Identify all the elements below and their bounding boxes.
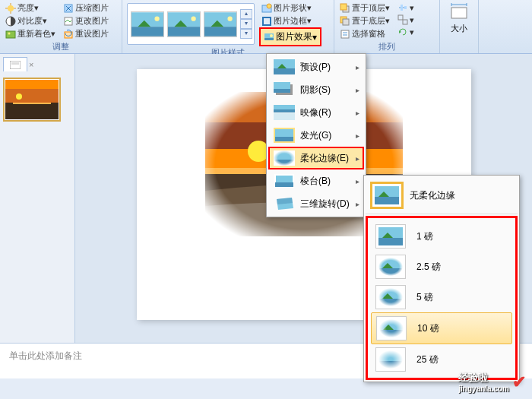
effects-shadow[interactable]: 阴影(S)▸ bbox=[268, 78, 364, 101]
soft-edges-submenu: 无柔化边缘 1 磅 2.5 磅 5 磅 10 磅 25 磅 bbox=[363, 175, 520, 382]
svg-rect-6 bbox=[6, 31, 15, 38]
svg-rect-96 bbox=[379, 319, 404, 337]
recolor-button[interactable]: 重新着色 ▾ bbox=[3, 27, 58, 40]
brightness-button[interactable]: 亮度 ▾ bbox=[3, 2, 58, 14]
svg-point-0 bbox=[8, 5, 14, 11]
svg-point-18 bbox=[191, 16, 195, 21]
svg-rect-16 bbox=[168, 27, 200, 36]
selection-pane-button[interactable]: 选择窗格 bbox=[337, 27, 392, 40]
effects-bevel[interactable]: 棱台(B)▸ bbox=[268, 169, 364, 192]
contrast-button[interactable]: 对比度 ▾ bbox=[3, 14, 58, 27]
svg-rect-38 bbox=[404, 6, 407, 9]
svg-point-51 bbox=[16, 93, 22, 100]
bring-front-button[interactable]: 置于顶层 ▾ bbox=[337, 2, 392, 14]
reset-picture-button[interactable]: 重设图片 bbox=[61, 27, 111, 40]
svg-point-24 bbox=[267, 4, 271, 8]
svg-rect-88 bbox=[378, 258, 403, 276]
svg-rect-71 bbox=[275, 137, 293, 141]
svg-rect-49 bbox=[5, 80, 59, 89]
effects-3d-rotation[interactable]: 三维旋转(D)▸ bbox=[268, 192, 364, 215]
align-button[interactable]: ▾ bbox=[395, 2, 416, 14]
soft-edge-25pt[interactable]: 25 磅 bbox=[371, 344, 512, 375]
svg-point-14 bbox=[154, 16, 159, 21]
svg-rect-27 bbox=[264, 38, 274, 40]
ribbon-toolbar: 亮度 ▾ 对比度 ▾ 重新着色 ▾ 压缩图片 更改图片 重设图片 调整 ▴▾▾ … bbox=[0, 0, 532, 54]
svg-rect-30 bbox=[340, 4, 347, 10]
svg-rect-32 bbox=[343, 19, 349, 25]
svg-rect-67 bbox=[274, 109, 295, 112]
change-picture-button[interactable]: 更改图片 bbox=[61, 14, 111, 27]
ribbon-group-label: 调整 bbox=[3, 40, 119, 53]
soft-edges-options: 1 磅 2.5 磅 5 磅 10 磅 25 磅 bbox=[366, 216, 518, 380]
effects-soft-edges[interactable]: 柔化边缘(E)▸ bbox=[268, 147, 364, 169]
svg-rect-42 bbox=[451, 8, 467, 18]
svg-rect-37 bbox=[401, 5, 403, 11]
svg-rect-83 bbox=[378, 238, 403, 245]
picture-shape-button[interactable]: 图片形状 ▾ bbox=[259, 2, 321, 14]
watermark: 经验啦 jingyanla.com ✔ bbox=[458, 371, 526, 393]
effects-preset[interactable]: 预设(P)▸ bbox=[268, 55, 364, 78]
svg-rect-92 bbox=[378, 288, 403, 306]
soft-edge-5pt[interactable]: 5 磅 bbox=[371, 282, 512, 312]
svg-rect-47 bbox=[11, 62, 19, 65]
ribbon-group-styles: ▴▾▾ 图片形状 ▾ 图片边框 ▾ 图片效果 ▾ 图片样式 bbox=[122, 0, 334, 53]
soft-edge-2-5pt[interactable]: 2.5 磅 bbox=[371, 252, 512, 282]
svg-rect-33 bbox=[341, 30, 349, 38]
picture-border-button[interactable]: 图片边框 ▾ bbox=[259, 14, 321, 27]
svg-rect-65 bbox=[274, 89, 290, 93]
effects-glow[interactable]: 发光(G)▸ bbox=[268, 124, 364, 147]
group-button[interactable]: ▾ bbox=[395, 14, 416, 26]
slide-thumbnail-panel: × bbox=[0, 54, 75, 343]
svg-rect-80 bbox=[375, 197, 399, 204]
svg-rect-68 bbox=[274, 113, 295, 120]
ribbon-group-label: 排列 bbox=[337, 40, 436, 53]
soft-edge-10pt[interactable]: 10 磅 bbox=[371, 312, 512, 344]
ribbon-group-size: 大小 bbox=[440, 0, 479, 53]
thumbnail-tab[interactable] bbox=[3, 57, 27, 71]
gallery-scroll[interactable]: ▴▾▾ bbox=[240, 9, 252, 39]
ribbon-group-arrange: 置于顶层 ▾ 置于底层 ▾ 选择窗格 ▾ ▾ ▾ 排列 bbox=[334, 0, 440, 53]
size-icon[interactable] bbox=[448, 2, 470, 23]
soft-edges-none[interactable]: 无柔化边缘 bbox=[366, 177, 518, 214]
svg-rect-74 bbox=[274, 150, 295, 166]
picture-styles-gallery[interactable]: ▴▾▾ bbox=[127, 3, 255, 45]
slide-thumbnail-1[interactable] bbox=[3, 78, 61, 122]
svg-rect-76 bbox=[275, 182, 293, 187]
soft-edge-1pt[interactable]: 1 磅 bbox=[371, 221, 512, 252]
picture-effects-button[interactable]: 图片效果 ▾ bbox=[259, 27, 321, 46]
svg-rect-50 bbox=[5, 103, 59, 119]
picture-effects-menu: 预设(P)▸ 阴影(S)▸ 映像(R)▸ 发光(G)▸ 柔化边缘(E)▸ 棱台(… bbox=[266, 53, 366, 217]
svg-point-7 bbox=[8, 32, 11, 34]
svg-rect-20 bbox=[204, 27, 236, 36]
rotate-button[interactable]: ▾ bbox=[395, 26, 416, 38]
svg-rect-12 bbox=[131, 27, 163, 36]
effects-reflection[interactable]: 映像(R)▸ bbox=[268, 101, 364, 124]
ribbon-group-adjust: 亮度 ▾ 对比度 ▾ 重新着色 ▾ 压缩图片 更改图片 重设图片 调整 bbox=[0, 0, 122, 53]
close-panel-icon[interactable]: × bbox=[27, 59, 35, 71]
svg-rect-40 bbox=[403, 20, 407, 24]
svg-point-28 bbox=[270, 34, 273, 37]
svg-rect-99 bbox=[378, 350, 403, 369]
compress-button[interactable]: 压缩图片 bbox=[61, 2, 111, 14]
svg-rect-25 bbox=[263, 17, 271, 25]
check-icon: ✔ bbox=[512, 372, 526, 392]
svg-rect-52 bbox=[13, 103, 51, 104]
svg-rect-46 bbox=[10, 61, 21, 69]
send-back-button[interactable]: 置于底层 ▾ bbox=[337, 14, 392, 27]
svg-rect-61 bbox=[274, 68, 295, 74]
svg-rect-39 bbox=[398, 15, 403, 20]
svg-point-22 bbox=[227, 16, 232, 21]
